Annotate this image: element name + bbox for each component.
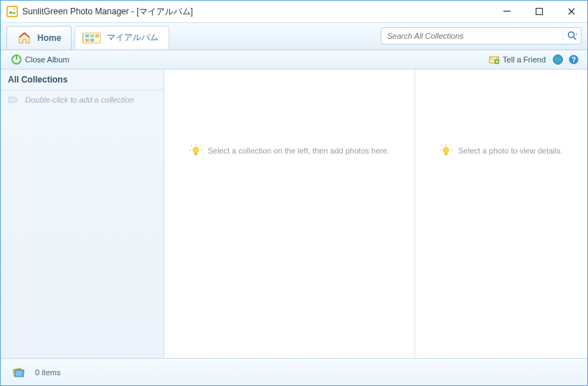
tab-album-label: マイアルバム [107,32,158,44]
app-icon [6,6,18,17]
details-pane: Select a photo to view details. [415,70,587,358]
tab-home-label: Home [37,33,61,43]
svg-line-34 [450,145,452,146]
help-button[interactable]: ? [566,52,582,67]
right-empty-text: Select a photo to view details. [458,146,563,155]
main-content: All Collections Double-click to add a co… [1,70,587,359]
maximize-button[interactable] [523,1,555,22]
svg-point-21 [192,147,199,154]
tab-home[interactable]: Home [6,26,72,50]
window-controls [490,1,587,22]
svg-rect-4 [536,9,542,15]
center-empty-text: Select a collection on the left, then ad… [208,146,389,155]
svg-rect-37 [15,370,23,377]
tell-friend-button[interactable]: Tell a Friend [484,52,550,67]
svg-rect-29 [445,153,447,155]
titlebar: SunlitGreen Photo Manager - [マイアルバム] [1,1,587,22]
svg-line-26 [191,145,192,146]
tabbar: Home マイアルバム [1,22,587,50]
statusbar: 0 items [1,359,587,385]
svg-rect-22 [194,153,196,155]
center-empty-hint: Select a collection on the left, then ad… [164,144,414,157]
lightbulb-icon [189,144,202,157]
lightbulb-icon [440,144,452,157]
home-icon [17,31,32,45]
svg-rect-6 [85,34,89,37]
status-item-count: 0 items [35,368,60,377]
tell-friend-label: Tell a Friend [503,55,546,64]
right-empty-hint: Select a photo to view details. [415,144,587,157]
svg-rect-3 [503,11,511,11]
web-button[interactable] [550,52,566,67]
svg-rect-7 [90,34,94,37]
svg-point-11 [568,32,574,38]
sidebar: All Collections Double-click to add a co… [1,70,164,358]
svg-text:?: ? [572,56,576,64]
photo-grid-pane: Select a collection on the left, then ad… [164,70,415,358]
svg-line-33 [441,145,442,146]
window-title: SunlitGreen Photo Manager - [マイアルバム] [22,6,490,18]
sidebar-header: All Collections [1,70,163,90]
svg-rect-1 [8,7,16,16]
mail-icon [488,54,500,65]
power-icon [11,54,22,65]
tab-album[interactable]: マイアルバム [75,26,169,50]
sidebar-add-collection-hint[interactable]: Double-click to add a collection [1,90,163,109]
search-go-button[interactable] [562,31,581,41]
minimize-button[interactable] [490,1,523,22]
sidebar-hint-text: Double-click to add a collection [25,95,134,104]
toolbar: Close Album Tell a Friend ? [1,50,587,70]
search-box[interactable] [381,27,582,44]
album-icon [82,31,101,45]
close-album-label: Close Album [25,55,70,64]
search-input[interactable] [381,32,562,40]
help-icon: ? [568,54,579,65]
svg-point-2 [14,9,15,10]
close-album-button[interactable]: Close Album [6,52,74,67]
svg-line-12 [573,37,576,40]
svg-rect-8 [95,34,99,37]
svg-rect-10 [90,39,94,42]
search-icon [567,31,577,41]
tag-icon [8,95,21,105]
svg-line-27 [199,145,201,146]
svg-point-28 [443,147,450,154]
close-button[interactable] [555,1,587,22]
svg-rect-9 [85,39,89,42]
globe-icon [552,54,564,65]
photos-icon [11,364,27,380]
